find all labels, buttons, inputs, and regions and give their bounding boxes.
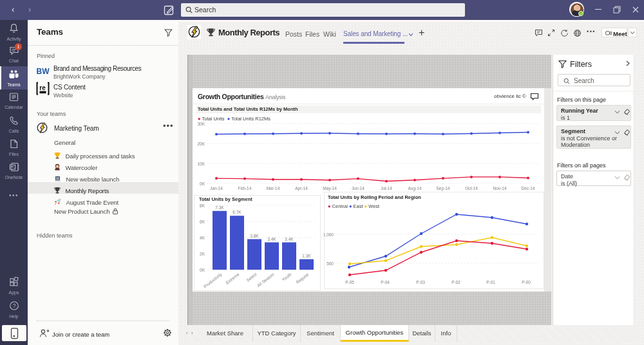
svg-text:7.3K: 7.3K [215, 205, 224, 210]
svg-text:P-05: P-05 [345, 280, 354, 284]
svg-text:4K: 4K [200, 236, 205, 240]
svg-text:May-14: May-14 [323, 186, 337, 191]
svg-text:Nov-14: Nov-14 [493, 186, 507, 191]
svg-text:Aug-14: Aug-14 [408, 186, 422, 191]
svg-text:10K: 10K [197, 162, 205, 166]
svg-text:20K: 20K [197, 142, 205, 146]
svg-text:Jun-14: Jun-14 [352, 186, 365, 191]
svg-text:30K: 30K [197, 122, 205, 126]
svg-text:3.4K: 3.4K [267, 237, 276, 241]
svg-text:P-01: P-01 [486, 280, 495, 284]
svg-text:Extreme: Extreme [225, 272, 240, 285]
svg-text:re: re [39, 84, 46, 91]
svg-text:P-03: P-03 [416, 280, 425, 284]
svg-text:2K: 2K [200, 252, 205, 256]
svg-text:Mar-14: Mar-14 [267, 186, 280, 191]
svg-text:Dec-14: Dec-14 [522, 186, 535, 191]
svg-text:Jan-14: Jan-14 [210, 186, 223, 191]
svg-text:P-04: P-04 [381, 280, 390, 284]
svg-text:1.3K: 1.3K [302, 254, 311, 258]
svg-text:Feb-14: Feb-14 [238, 186, 252, 191]
svg-text:All Season: All Season [256, 272, 275, 288]
svg-text:500: 500 [327, 261, 334, 266]
svg-text:Sep-14: Sep-14 [437, 186, 450, 191]
svg-text:6K: 6K [200, 219, 205, 224]
svg-text:6.7K: 6.7K [232, 210, 242, 214]
svg-text:3.4K: 3.4K [285, 237, 294, 241]
svg-text:Jul-14: Jul-14 [381, 186, 392, 191]
svg-text:Regular: Regular [295, 272, 310, 285]
svg-text:8K: 8K [200, 203, 205, 208]
svg-text:?: ? [12, 303, 15, 309]
svg-text:Youth: Youth [281, 272, 292, 282]
svg-text:0K: 0K [200, 268, 205, 272]
svg-text:Oct-14: Oct-14 [465, 186, 478, 191]
svg-text:P-02: P-02 [451, 280, 460, 284]
svg-text:Productivity: Productivity [203, 272, 223, 289]
svg-text:3.8K: 3.8K [250, 234, 259, 238]
svg-text:Select: Select [245, 272, 258, 283]
svg-text:Apr-14: Apr-14 [295, 186, 308, 191]
svg-text:1,000: 1,000 [324, 232, 334, 237]
svg-text:0K: 0K [200, 182, 205, 186]
svg-text:P-00: P-00 [522, 280, 531, 284]
